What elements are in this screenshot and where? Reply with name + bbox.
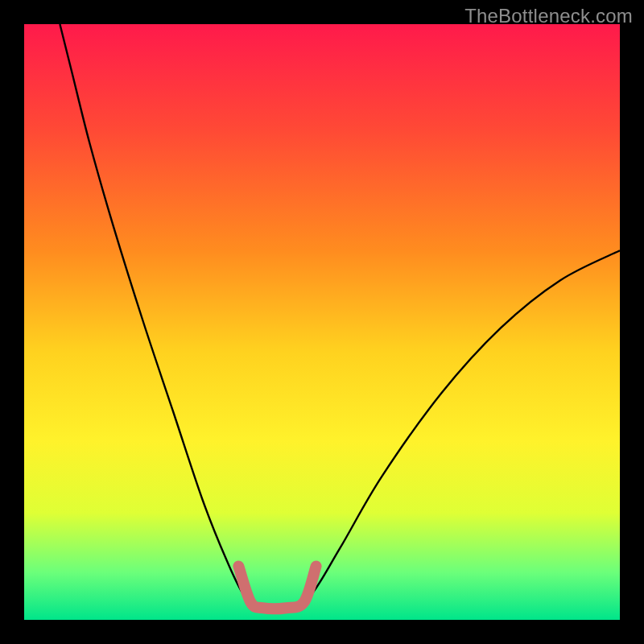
chart-frame: TheBottleneck.com — [0, 0, 644, 644]
plot-background — [24, 24, 620, 620]
watermark-text: TheBottleneck.com — [464, 5, 633, 27]
chart-svg — [0, 0, 644, 644]
